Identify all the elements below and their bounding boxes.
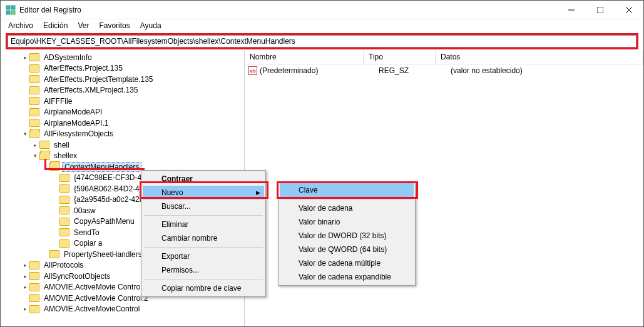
tree-label: AIFFFile [42, 97, 74, 106]
menu-item[interactable]: Cambiar nombre [143, 231, 264, 245]
menu-item[interactable]: Contraer [143, 172, 264, 186]
svg-rect-1 [11, 6, 15, 9]
menu-item[interactable]: Buscar... [143, 199, 264, 213]
folder-icon [29, 294, 39, 302]
tree-item[interactable]: ▾shellex [1, 151, 244, 162]
minimize-button[interactable] [557, 1, 586, 19]
menu-item[interactable]: Valor de QWORD (64 bits) [280, 243, 414, 256]
chevron-down-icon[interactable]: ▾ [21, 131, 29, 137]
tree-item[interactable]: AfterEffects.Project.135 [1, 63, 244, 74]
menu-edicion[interactable]: Edición [39, 21, 71, 30]
menu-separator [144, 247, 263, 248]
menu-item[interactable]: Nuevo▶ [143, 186, 264, 199]
maximize-button[interactable] [586, 1, 615, 19]
menu-item[interactable]: Valor binario [280, 215, 414, 229]
folder-icon [29, 261, 39, 269]
folder-icon [29, 272, 39, 280]
menu-item[interactable]: Valor de DWORD (32 bits) [280, 229, 414, 243]
tree-label: AMOVIE.ActiveMovie Control.2 [42, 294, 150, 303]
folder-icon [59, 196, 69, 204]
tree-label: AllFilesystemObjects [42, 129, 115, 138]
menu-separator [144, 215, 263, 216]
tree-label: ADSystemInfo [42, 53, 94, 62]
svg-rect-5 [597, 7, 603, 13]
tree-label: AllSyncRootObjects [42, 272, 112, 281]
menu-item[interactable]: Valor de cadena [280, 201, 414, 215]
address-highlight [6, 33, 638, 49]
menu-item[interactable]: Exportar [143, 249, 264, 263]
menu-ayuda[interactable]: Ayuda [136, 21, 165, 30]
menu-separator [281, 199, 412, 199]
folder-icon [59, 206, 69, 214]
folder-icon [29, 283, 39, 291]
folder-icon [39, 141, 49, 149]
tree-label: shellex [52, 151, 79, 160]
chevron-right-icon[interactable]: ▸ [21, 284, 29, 290]
tree-label: CopyAsPathMenu [72, 217, 136, 226]
menu-item[interactable]: Valor de cadena múltiple [280, 256, 414, 270]
tree-item[interactable]: ▸AMOVIE.ActiveMovieControl [1, 304, 244, 315]
chevron-right-icon[interactable]: ▸ [21, 54, 29, 61]
menu-item[interactable]: Permisos... [143, 263, 264, 277]
folder-icon [59, 218, 69, 226]
folder-icon [39, 152, 49, 160]
folder-icon [29, 108, 39, 116]
folder-icon [29, 305, 39, 313]
tree-label: AfterEffects.XMLProject.135 [42, 86, 140, 94]
menu-item[interactable]: Clave [280, 183, 414, 197]
svg-rect-2 [6, 11, 10, 14]
tree-item[interactable]: AfterEffects.ProjectTemplate.135 [1, 74, 244, 85]
folder-icon [29, 97, 39, 105]
chevron-right-icon[interactable]: ▸ [21, 262, 29, 268]
svg-rect-0 [6, 6, 10, 9]
menu-archivo[interactable]: Archivo [4, 21, 37, 30]
folder-icon [59, 184, 69, 193]
menu-ver[interactable]: Ver [74, 21, 93, 30]
tree-label: {596AB062-B4D2-42 [72, 184, 145, 193]
tree-item[interactable]: ▸shell [1, 139, 244, 151]
folder-icon [59, 228, 69, 236]
tree-label: PropertySheetHandlers [62, 250, 144, 259]
folder-icon [29, 64, 39, 73]
menu-item[interactable]: Valor de cadena expandible [280, 270, 414, 284]
value-row[interactable]: ab (Predeterminado) REG_SZ (valor no est… [245, 64, 643, 77]
tree-label: AirplaneModeAPI.1 [42, 119, 110, 128]
menu-separator [144, 279, 263, 279]
tree-label: 00asw [72, 206, 98, 215]
tree-label: AirplaneModeAPI [42, 108, 104, 116]
string-value-icon: ab [248, 66, 257, 75]
tree-item[interactable]: AirplaneModeAPI [1, 107, 244, 118]
context-menu[interactable]: ContraerNuevo▶Buscar...EliminarCambiar n… [141, 170, 266, 297]
close-button[interactable] [615, 1, 643, 19]
tree-item[interactable]: AfterEffects.XMLProject.135 [1, 85, 244, 96]
address-bar[interactable] [8, 35, 636, 48]
menu-item[interactable]: Copiar nombre de clave [143, 281, 264, 295]
tree-label: shell [52, 141, 71, 149]
value-name: (Predeterminado) [260, 66, 379, 75]
chevron-right-icon[interactable]: ▸ [21, 273, 29, 279]
folder-icon [29, 130, 39, 138]
value-type: REG_SZ [379, 66, 451, 75]
chevron-right-icon[interactable]: ▸ [21, 306, 29, 312]
context-submenu-nuevo[interactable]: ClaveValor de cadenaValor binarioValor d… [278, 181, 416, 286]
chevron-down-icon[interactable]: ▾ [41, 164, 49, 170]
menu-favoritos[interactable]: Favoritos [95, 21, 133, 30]
tree-item[interactable]: AIFFFile [1, 96, 244, 107]
svg-rect-3 [11, 11, 15, 14]
col-name[interactable]: Nombre [245, 51, 364, 64]
tree-label: AfterEffects.Project.135 [42, 64, 125, 73]
col-type[interactable]: Tipo [364, 51, 436, 64]
chevron-right-icon[interactable]: ▸ [31, 142, 39, 148]
col-data[interactable]: Datos [436, 51, 643, 64]
folder-icon [29, 86, 39, 94]
tree-label: AllProtocols [42, 261, 85, 269]
tree-item[interactable]: ▾AllFilesystemObjects [1, 129, 244, 140]
tree-label: AMOVIE.ActiveMovie Contro [42, 283, 142, 291]
menu-item[interactable]: Eliminar [143, 218, 264, 231]
tree-item[interactable]: ▸ADSystemInfo [1, 52, 244, 63]
tree-label: {a2a9545d-a0c2-42b [72, 195, 145, 204]
folder-icon [29, 75, 39, 83]
tree-label: AMOVIE.ActiveMovieControl [42, 304, 141, 313]
chevron-down-icon[interactable]: ▾ [31, 153, 39, 159]
tree-item[interactable]: AirplaneModeAPI.1 [1, 118, 244, 129]
